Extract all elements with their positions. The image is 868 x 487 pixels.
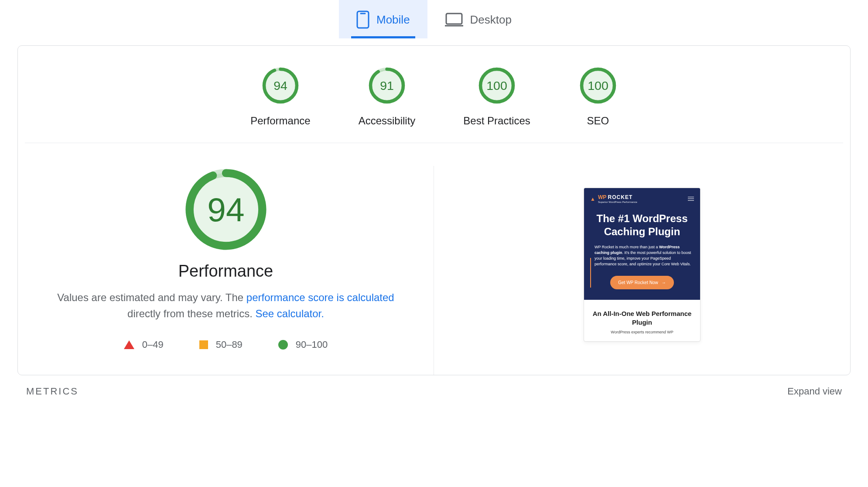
mobile-icon (356, 10, 369, 29)
results-card: 94Performance91Accessibility100Best Prac… (17, 45, 851, 375)
square-icon (199, 340, 208, 349)
gauge-label: Performance (250, 115, 310, 127)
gauge-ring: 94 (261, 66, 300, 105)
gauge-ring: 100 (477, 66, 516, 105)
score-legend: 0–49 50–89 90–100 (124, 339, 328, 375)
gauge-ring: 91 (367, 66, 407, 105)
svg-text:94: 94 (207, 191, 244, 228)
performance-detail: 94 Performance Values are estimated and … (18, 143, 850, 375)
preview-cta-button: Get WP Rocket Now → (610, 276, 674, 289)
gauge-performance[interactable]: 94Performance (250, 66, 310, 127)
performance-detail-title: Performance (178, 262, 273, 281)
tab-mobile-label: Mobile (376, 13, 410, 27)
device-tabs: Mobile Desktop (0, 0, 868, 38)
site-preview: ▲ WP ROCKET Superior WordPress Performan… (584, 188, 701, 342)
preview-sub-tag: WordPress experts recommend WP (590, 330, 694, 334)
tab-desktop[interactable]: Desktop (427, 0, 529, 38)
performance-detail-description: Values are estimated and may vary. The p… (51, 289, 400, 322)
gauge-label: SEO (587, 115, 609, 127)
gauge-label: Accessibility (359, 115, 416, 127)
legend-good: 90–100 (278, 339, 328, 350)
svg-text:100: 100 (588, 79, 608, 93)
preview-body: WP Rocket is much more than just a WordP… (590, 244, 694, 267)
gauge-best-practices[interactable]: 100Best Practices (463, 66, 530, 127)
preview-brand-bar: ▲ WP ROCKET Superior WordPress Performan… (590, 194, 694, 203)
tab-desktop-label: Desktop (470, 13, 512, 27)
arrow-right-icon: → (662, 280, 666, 285)
metrics-header: METRICS Expand view (17, 375, 851, 401)
performance-big-gauge: 94 (182, 166, 270, 253)
tab-mobile[interactable]: Mobile (339, 0, 427, 38)
svg-rect-2 (446, 14, 462, 24)
preview-hero: ▲ WP ROCKET Superior WordPress Performan… (584, 188, 700, 300)
rocket-icon: ▲ (590, 196, 595, 202)
gauge-ring: 100 (578, 66, 618, 105)
hamburger-icon (688, 197, 694, 201)
preview-subsection: An All-In-One Web Performance Plugin Wor… (584, 300, 700, 341)
triangle-icon (124, 340, 134, 349)
desktop-icon (445, 12, 463, 27)
circle-icon (278, 340, 288, 350)
svg-text:91: 91 (380, 79, 394, 93)
gauge-accessibility[interactable]: 91Accessibility (359, 66, 416, 127)
expand-view-link[interactable]: Expand view (787, 386, 842, 397)
preview-sub-title: An All-In-One Web Performance Plugin (590, 309, 694, 326)
metrics-label: METRICS (26, 386, 79, 397)
see-calculator-link[interactable]: See calculator. (255, 308, 324, 319)
svg-text:100: 100 (486, 79, 507, 93)
legend-average: 50–89 (199, 339, 243, 350)
preview-accent-bar (590, 258, 591, 288)
gauge-seo[interactable]: 100SEO (578, 66, 618, 127)
legend-fail: 0–49 (124, 339, 164, 350)
performance-detail-left: 94 Performance Values are estimated and … (18, 166, 434, 375)
preview-headline: The #1 WordPress Caching Plugin (590, 212, 694, 238)
preview-logo: ▲ WP ROCKET Superior WordPress Performan… (590, 194, 637, 203)
score-summary-row: 94Performance91Accessibility100Best Prac… (25, 46, 843, 143)
site-preview-column: ▲ WP ROCKET Superior WordPress Performan… (434, 166, 850, 375)
svg-text:94: 94 (273, 79, 287, 93)
gauge-label: Best Practices (463, 115, 530, 127)
score-calc-link[interactable]: performance score is calculated (246, 292, 394, 303)
